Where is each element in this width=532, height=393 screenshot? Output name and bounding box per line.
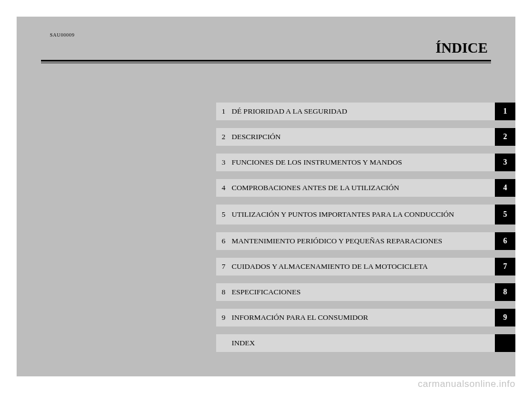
toc-label: ESPECIFICACIONES bbox=[232, 288, 301, 297]
toc-number: 8 bbox=[222, 288, 232, 297]
toc-tab: 8 bbox=[495, 283, 515, 301]
toc-number: 9 bbox=[222, 313, 232, 322]
toc-row[interactable]: 2 DESCRIPCIÓN 2 bbox=[216, 128, 515, 146]
toc-tab: 2 bbox=[495, 128, 515, 146]
toc-item: 3 FUNCIONES DE LOS INSTRUMENTOS Y MANDOS bbox=[216, 154, 495, 171]
toc-number: 2 bbox=[222, 132, 232, 141]
toc-row[interactable]: 5 UTILIZACIÓN Y PUNTOS IMPORTANTES PARA … bbox=[216, 205, 515, 224]
toc-tab: 9 bbox=[495, 309, 515, 326]
toc-row[interactable]: 8 ESPECIFICACIONES 8 bbox=[216, 283, 515, 301]
toc-number: 4 bbox=[222, 183, 232, 192]
sheet: SAU00009 ÍNDICE 1 DÉ PRIORIDAD A LA SEGU… bbox=[17, 17, 515, 376]
toc-item: 1 DÉ PRIORIDAD A LA SEGURIDAD bbox=[216, 103, 495, 120]
toc-row[interactable]: 9 INFORMACIÓN PARA EL CONSUMIDOR 9 bbox=[216, 309, 515, 326]
toc-label: MANTENIMIENTO PERIÓDICO Y PEQUEÑAS REPAR… bbox=[232, 237, 442, 246]
toc-label: FUNCIONES DE LOS INSTRUMENTOS Y MANDOS bbox=[232, 158, 402, 167]
toc-item: 7 CUIDADOS Y ALMACENAMIENTO DE LA MOTOCI… bbox=[216, 258, 495, 275]
toc-item: 5 UTILIZACIÓN Y PUNTOS IMPORTANTES PARA … bbox=[216, 205, 495, 224]
toc-tab: 3 bbox=[495, 154, 515, 171]
toc-row[interactable]: INDEX bbox=[216, 334, 515, 352]
toc-label: INDEX bbox=[232, 339, 255, 348]
toc-tab: 4 bbox=[495, 179, 515, 197]
toc-tab: 7 bbox=[495, 258, 515, 275]
table-of-contents: 1 DÉ PRIORIDAD A LA SEGURIDAD 1 2 DESCRI… bbox=[216, 103, 515, 353]
toc-item: 4 COMPROBACIONES ANTES DE LA UTILIZACIÓN bbox=[216, 179, 495, 197]
toc-label: CUIDADOS Y ALMACENAMIENTO DE LA MOTOCICL… bbox=[232, 262, 428, 271]
toc-label: DESCRIPCIÓN bbox=[232, 132, 281, 141]
toc-tab: 5 bbox=[495, 205, 515, 224]
toc-row[interactable]: 6 MANTENIMIENTO PERIÓDICO Y PEQUEÑAS REP… bbox=[216, 232, 515, 250]
toc-item: INDEX bbox=[216, 334, 495, 352]
toc-label: COMPROBACIONES ANTES DE LA UTILIZACIÓN bbox=[232, 183, 399, 192]
toc-row[interactable]: 4 COMPROBACIONES ANTES DE LA UTILIZACIÓN… bbox=[216, 179, 515, 197]
title-rule-thick bbox=[41, 60, 491, 62]
toc-item: 2 DESCRIPCIÓN bbox=[216, 128, 495, 146]
page: SAU00009 ÍNDICE 1 DÉ PRIORIDAD A LA SEGU… bbox=[0, 0, 532, 393]
toc-row[interactable]: 1 DÉ PRIORIDAD A LA SEGURIDAD 1 bbox=[216, 103, 515, 120]
toc-number: 6 bbox=[222, 237, 232, 246]
toc-number: 5 bbox=[222, 210, 232, 219]
toc-number: 3 bbox=[222, 158, 232, 167]
toc-tab bbox=[495, 334, 515, 352]
toc-number: 7 bbox=[222, 262, 232, 271]
page-title: ÍNDICE bbox=[41, 35, 491, 57]
toc-label: INFORMACIÓN PARA EL CONSUMIDOR bbox=[232, 313, 368, 322]
toc-label: UTILIZACIÓN Y PUNTOS IMPORTANTES PARA LA… bbox=[232, 210, 454, 219]
toc-item: 9 INFORMACIÓN PARA EL CONSUMIDOR bbox=[216, 309, 495, 326]
toc-tab: 6 bbox=[495, 232, 515, 250]
toc-item: 6 MANTENIMIENTO PERIÓDICO Y PEQUEÑAS REP… bbox=[216, 232, 495, 250]
watermark: carmanualsonline.info bbox=[418, 379, 515, 390]
toc-tab: 1 bbox=[495, 103, 515, 120]
toc-row[interactable]: 3 FUNCIONES DE LOS INSTRUMENTOS Y MANDOS… bbox=[216, 154, 515, 171]
toc-item: 8 ESPECIFICACIONES bbox=[216, 283, 495, 301]
toc-number: 1 bbox=[222, 107, 232, 116]
document-id: SAU00009 bbox=[50, 32, 75, 38]
toc-row[interactable]: 7 CUIDADOS Y ALMACENAMIENTO DE LA MOTOCI… bbox=[216, 258, 515, 275]
toc-label: DÉ PRIORIDAD A LA SEGURIDAD bbox=[232, 107, 347, 116]
title-rule-thin bbox=[41, 63, 491, 63]
